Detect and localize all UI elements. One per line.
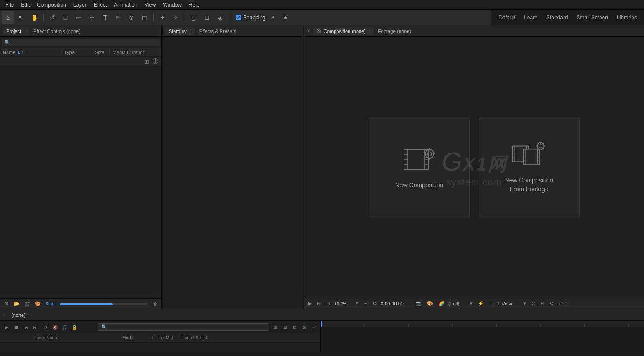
import-icon[interactable]: 📂 xyxy=(12,300,21,308)
tool-pointer[interactable]: ↖ xyxy=(15,11,27,24)
col-header-size[interactable]: Size xyxy=(92,50,110,55)
info-icon[interactable]: ⓘ xyxy=(151,58,160,65)
comp-panel-tabs: ✕ 🎬 Composition (none) ≡ Footage (none) xyxy=(304,25,644,37)
timeline-close[interactable]: ✕ xyxy=(3,312,6,317)
tab-stardust-label: Stardust xyxy=(169,29,187,34)
comp-content-area: GX1网 system.com xyxy=(304,37,644,298)
transparency-btn[interactable]: ⬚ xyxy=(488,300,495,307)
tl-extra3[interactable]: ⊡ xyxy=(291,323,298,331)
ws-tab-default[interactable]: Default xyxy=(496,14,518,22)
timeline-playhead[interactable] xyxy=(321,321,322,327)
timeline-tab-menu[interactable]: ≡ xyxy=(27,312,30,317)
tl-extra4[interactable]: ⊠ xyxy=(300,323,308,331)
views-dropdown[interactable]: ▾ xyxy=(522,300,528,307)
project-panel-menu[interactable]: ≡ xyxy=(23,29,25,33)
trash-icon[interactable]: 🗑 xyxy=(151,300,160,308)
timeline-ruler[interactable] xyxy=(321,321,644,327)
comp-panel: ✕ 🎬 Composition (none) ≡ Footage (none) … xyxy=(304,25,644,309)
ws-tab-libraries[interactable]: Libraries xyxy=(614,14,640,22)
tl-lock[interactable]: 🔒 xyxy=(70,323,78,331)
tl-mute[interactable]: 🔇 xyxy=(51,323,59,331)
comp-grid-btn[interactable]: ⊞ xyxy=(316,300,322,307)
tl-loop[interactable]: ↺ xyxy=(41,323,49,331)
tab-stardust[interactable]: Stardust ≡ xyxy=(165,27,195,35)
tl-ff[interactable]: ⏭ xyxy=(32,323,40,331)
tool-extra2[interactable]: ⊟ xyxy=(201,11,213,24)
tool-rect[interactable]: □ xyxy=(59,11,72,24)
ws-tab-small-screen[interactable]: Small Screen xyxy=(574,14,611,22)
tl-play-pause[interactable]: ▶ xyxy=(3,323,11,331)
fast-preview-btn[interactable]: ⚡ xyxy=(477,300,485,307)
menu-window[interactable]: Window xyxy=(159,1,185,9)
tab-footage[interactable]: Footage (none) xyxy=(375,27,415,35)
tool-roto[interactable]: ✦ xyxy=(156,11,169,24)
tab-composition[interactable]: 🎬 Composition (none) ≡ xyxy=(313,27,374,35)
col-header-type[interactable]: Type xyxy=(62,50,92,55)
tl-extra1[interactable]: ⊞ xyxy=(271,323,279,331)
menu-animation[interactable]: Animation xyxy=(110,1,141,9)
menu-file[interactable]: File xyxy=(2,1,17,9)
tool-home[interactable]: ⌂ xyxy=(2,11,14,24)
new-composition-button[interactable]: New Composition xyxy=(369,117,470,218)
menu-view[interactable]: View xyxy=(141,1,160,9)
quality-dropdown[interactable]: ▾ xyxy=(469,300,474,307)
col-header-name[interactable]: Name ▲ 🏷 xyxy=(0,50,62,55)
tool-rotate[interactable]: ↺ xyxy=(46,11,58,24)
color-depth-icon[interactable]: 🎨 xyxy=(33,300,42,308)
snapping-checkbox[interactable] xyxy=(236,15,241,20)
tool-eraser[interactable]: ◻ xyxy=(138,11,151,24)
tool-snap-extra[interactable]: ↗ xyxy=(266,11,279,24)
tool-extra1[interactable]: ⬚ xyxy=(188,11,200,24)
tl-rewind[interactable]: ⏮ xyxy=(22,323,30,331)
zoom-dropdown[interactable]: ▾ xyxy=(354,300,360,307)
menu-edit[interactable]: Edit xyxy=(17,1,33,9)
tool-pen[interactable]: ✒ xyxy=(86,11,98,24)
new-comp-small-icon[interactable]: 🎬 xyxy=(23,300,32,308)
tl-solo[interactable]: 🎵 xyxy=(61,323,69,331)
resolution-btn[interactable]: ⊠ xyxy=(371,300,378,307)
menu-layer[interactable]: Layer xyxy=(70,1,90,9)
reset-btn[interactable]: ↺ xyxy=(549,300,555,307)
tab-effect-controls[interactable]: Effect Controls (none) xyxy=(30,27,84,35)
stardust-menu[interactable]: ≡ xyxy=(189,29,191,33)
ws-tab-standard[interactable]: Standard xyxy=(544,14,571,22)
tool-clone[interactable]: ⊚ xyxy=(125,11,138,24)
comp-tab-close[interactable]: ✕ xyxy=(307,29,310,33)
left-panel: Project ≡ Effect Controls (none) 🔍 Name … xyxy=(0,25,162,309)
renderer-btn[interactable]: ⊜ xyxy=(530,300,537,307)
tool-extra3[interactable]: ◈ xyxy=(214,11,226,24)
menu-help[interactable]: Help xyxy=(185,1,203,9)
new-folder-icon[interactable]: ⊞ xyxy=(2,300,11,308)
project-search-input[interactable] xyxy=(12,40,157,45)
menu-effect[interactable]: Effect xyxy=(90,1,110,9)
tool-puppet[interactable]: ✧ xyxy=(170,11,182,24)
tl-extra2[interactable]: ⊟ xyxy=(281,323,289,331)
timeline-search-input[interactable] xyxy=(98,323,269,331)
comp-mask-btn[interactable]: ⊡ xyxy=(325,300,331,307)
organize-icon[interactable]: ⊞ xyxy=(142,58,151,65)
new-composition-from-footage-button[interactable]: New CompositionFrom Footage xyxy=(479,117,580,218)
tab-project-label: Project xyxy=(6,29,21,34)
fit-comp-btn[interactable]: ⊟ xyxy=(362,300,369,307)
color-manage-btn[interactable]: 🌈 xyxy=(437,300,446,307)
storage-progress xyxy=(60,303,147,305)
tl-stop[interactable]: ⏹ xyxy=(12,323,20,331)
show-channel-btn[interactable]: 🎨 xyxy=(426,300,434,307)
comp-preview-btn[interactable]: ▶ xyxy=(307,300,313,307)
timeline-tab-none[interactable]: (none) ≡ xyxy=(8,312,33,319)
ws-tab-learn[interactable]: Learn xyxy=(521,14,540,22)
comp-panel-menu[interactable]: ≡ xyxy=(367,29,370,33)
tab-effects-presets[interactable]: Effects & Presets xyxy=(196,27,240,35)
tool-brush[interactable]: ✏ xyxy=(112,11,124,24)
snapshot-btn[interactable]: 📷 xyxy=(414,300,423,307)
label-icon: 🏷 xyxy=(22,50,26,54)
tool-grid[interactable]: ⊞ xyxy=(280,11,292,24)
align-btn[interactable]: ⊝ xyxy=(539,300,546,307)
tool-rounded-rect[interactable]: ▭ xyxy=(73,11,85,24)
tool-hand[interactable]: ✋ xyxy=(28,11,40,24)
menu-composition[interactable]: Composition xyxy=(33,1,70,9)
col-header-media[interactable]: Media Duration xyxy=(110,50,161,55)
tool-text[interactable]: T xyxy=(99,11,111,24)
tl-extra5[interactable]: ↩ xyxy=(310,323,318,331)
tab-project[interactable]: Project ≡ xyxy=(3,27,29,35)
